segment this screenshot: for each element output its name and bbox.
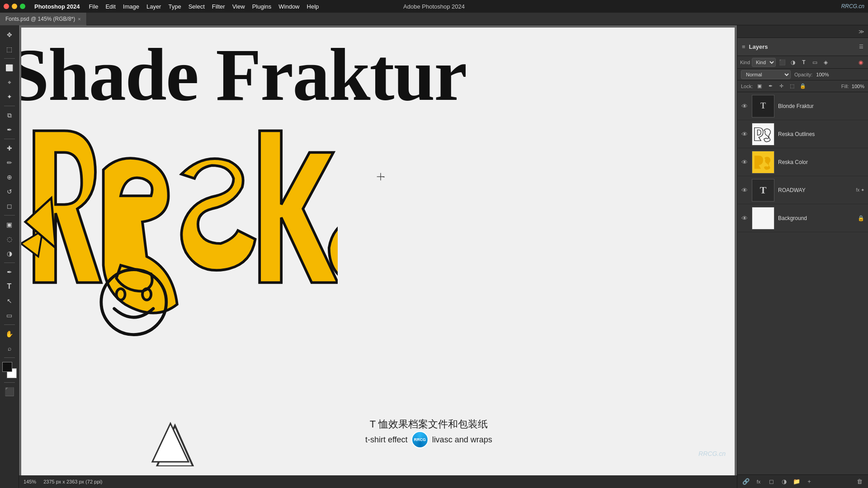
link-layers-btn[interactable]: 🔗: [741, 477, 751, 487]
menu-filter[interactable]: Filter: [208, 2, 229, 11]
menu-select[interactable]: Select: [185, 2, 208, 11]
subtitle-cn: T 恤效果档案文件和包装纸: [365, 418, 492, 431]
artboard-tool[interactable]: ⬚: [3, 42, 16, 56]
layer-visibility-toggle[interactable]: 👁: [741, 103, 748, 110]
crop-tool[interactable]: ⧉: [3, 108, 16, 122]
layer-item[interactable]: 👁 Background 🔒: [737, 204, 868, 232]
svg-marker-9: [382, 177, 385, 178]
filter-smart-icon[interactable]: ◈: [821, 58, 830, 67]
tab-close-button[interactable]: ×: [78, 16, 80, 22]
layer-thumbnail: [752, 151, 774, 174]
maximize-button[interactable]: [20, 4, 25, 9]
filter-type-icon[interactable]: T: [799, 58, 808, 67]
menu-help[interactable]: Help: [303, 2, 323, 11]
canvas-content: Shade Fraktur: [21, 28, 735, 475]
gothic-text-svg: Shade Fraktur: [21, 28, 505, 111]
layer-visibility-toggle[interactable]: 👁: [741, 187, 748, 194]
layer-item[interactable]: 👁 Reska Outlines: [737, 120, 868, 148]
filter-adjust-icon[interactable]: ◑: [788, 58, 797, 67]
layer-visibility-toggle[interactable]: 👁: [741, 159, 748, 166]
canvas[interactable]: Shade Fraktur: [21, 28, 735, 475]
blur-tool[interactable]: ◌: [3, 232, 16, 246]
layer-visibility-toggle[interactable]: 👁: [741, 131, 748, 138]
layer-lock-icon: 🔒: [858, 215, 864, 221]
hand-tool[interactable]: ✋: [3, 327, 16, 341]
right-panel: ≫ ≡ Layers ☰ Kind Kind ⬛ ◑ T ▭ ◈ ◉: [737, 25, 868, 488]
subtitle-en: t-shirt effect RRCG livasc and wraps: [365, 431, 492, 448]
layer-item[interactable]: 👁 T ROADWAY fx ✦: [737, 176, 868, 204]
menu-layer[interactable]: Layer: [143, 2, 165, 11]
layers-kind-bar: Kind Kind ⬛ ◑ T ▭ ◈ ◉: [737, 56, 868, 69]
layer-thumbnail: T: [752, 95, 774, 117]
quick-select-tool[interactable]: ✦: [3, 90, 16, 103]
layers-list: 👁 T Blonde Fraktur 👁: [737, 92, 868, 474]
layer-item[interactable]: 👁 Reska Color: [737, 148, 868, 176]
left-toolbar: ✥ ⬚ ⬜ ⌖ ✦ ⧉ ✒ ✚ ✏ ⊕ ↺ ◻ ▣ ◌ ◑ ✒ T ↖ ▭ ✋ …: [0, 25, 19, 488]
layer-item[interactable]: 👁 T Blonde Fraktur: [737, 92, 868, 120]
filter-pixel-icon[interactable]: ⬛: [778, 58, 787, 67]
add-mask-btn[interactable]: ◻: [766, 477, 776, 487]
menu-window[interactable]: Window: [275, 2, 303, 11]
new-layer-btn[interactable]: +: [804, 477, 814, 487]
main-layout: ✥ ⬚ ⬜ ⌖ ✦ ⧉ ✒ ✚ ✏ ⊕ ↺ ◻ ▣ ◌ ◑ ✒ T ↖ ▭ ✋ …: [0, 25, 868, 488]
lock-transparent-btn[interactable]: ▣: [755, 82, 764, 90]
tool-separator-1: [4, 58, 15, 59]
screen-mode-btn[interactable]: ⬛: [3, 385, 16, 399]
eraser-tool[interactable]: ◻: [3, 199, 16, 213]
menu-image[interactable]: Image: [119, 2, 143, 11]
dodge-tool[interactable]: ◑: [3, 247, 16, 260]
document-tab[interactable]: Fonts.psd @ 145% (RGB/8*) ×: [0, 13, 87, 25]
layers-panel-header: ≡ Layers ☰: [737, 38, 868, 56]
menu-plugins[interactable]: Plugins: [249, 2, 275, 11]
minimize-button[interactable]: [12, 4, 17, 9]
pen-tool[interactable]: ✒: [3, 265, 16, 279]
lock-paint-btn[interactable]: ✒: [766, 82, 774, 90]
lock-label: Lock:: [741, 84, 753, 89]
path-select-tool[interactable]: ↖: [3, 294, 16, 308]
menu-view[interactable]: View: [229, 2, 249, 11]
layer-visibility-toggle[interactable]: 👁: [741, 215, 748, 222]
add-group-btn[interactable]: 📁: [792, 477, 802, 487]
lasso-tool[interactable]: ⌖: [3, 75, 16, 89]
shape-tool[interactable]: ▭: [3, 309, 16, 322]
cursor: [376, 172, 385, 181]
opacity-label: Opacity:: [794, 72, 812, 77]
layer-fx-btn[interactable]: fx: [754, 477, 764, 487]
kind-filter-select[interactable]: Kind: [752, 58, 776, 67]
layer-info: Reska Color: [778, 159, 864, 165]
watermark-top: RRCG.cn: [841, 3, 864, 9]
lock-artboard-btn[interactable]: ⬚: [788, 82, 796, 90]
filter-active-icon[interactable]: ◉: [856, 58, 865, 67]
foreground-color[interactable]: [2, 362, 12, 372]
color-swatches[interactable]: [1, 362, 18, 378]
type-tool[interactable]: T: [3, 280, 16, 293]
layer-name: Blonde Fraktur: [778, 103, 864, 109]
lock-position-btn[interactable]: ✛: [777, 82, 785, 90]
delete-layer-btn[interactable]: 🗑: [854, 477, 864, 487]
menu-file[interactable]: File: [85, 2, 102, 11]
heal-tool[interactable]: ✚: [3, 141, 16, 155]
panel-top-bar: ≫: [737, 25, 868, 38]
history-brush-tool[interactable]: ↺: [3, 185, 16, 198]
svg-text:Shade Fraktur: Shade Fraktur: [21, 33, 467, 111]
eyedropper-tool[interactable]: ✒: [3, 123, 16, 136]
marquee-tool[interactable]: ⬜: [3, 61, 16, 75]
subtitle-overlay: T 恤效果档案文件和包装纸 t-shirt effect RRCG livasc…: [365, 418, 492, 448]
layer-thumbnail: T: [752, 179, 774, 202]
menu-edit[interactable]: Edit: [102, 2, 119, 11]
clone-tool[interactable]: ⊕: [3, 170, 16, 184]
add-adjustment-btn[interactable]: ◑: [779, 477, 789, 487]
brush-tool[interactable]: ✏: [3, 156, 16, 169]
lock-all-btn[interactable]: 🔒: [799, 82, 807, 90]
app-name[interactable]: Photoshop 2024: [31, 2, 83, 11]
panel-collapse-icon[interactable]: ≫: [859, 28, 864, 35]
gradient-tool[interactable]: ▣: [3, 218, 16, 231]
filter-shape-icon[interactable]: ▭: [810, 58, 819, 67]
blend-mode-select[interactable]: Normal: [741, 70, 791, 79]
close-button[interactable]: [4, 4, 9, 9]
zoom-tool[interactable]: ⌕: [3, 342, 16, 355]
tool-separator-7: [4, 357, 15, 358]
menu-type[interactable]: Type: [165, 2, 184, 11]
layers-panel-options[interactable]: ☰: [859, 44, 863, 50]
move-tool[interactable]: ✥: [3, 28, 16, 42]
